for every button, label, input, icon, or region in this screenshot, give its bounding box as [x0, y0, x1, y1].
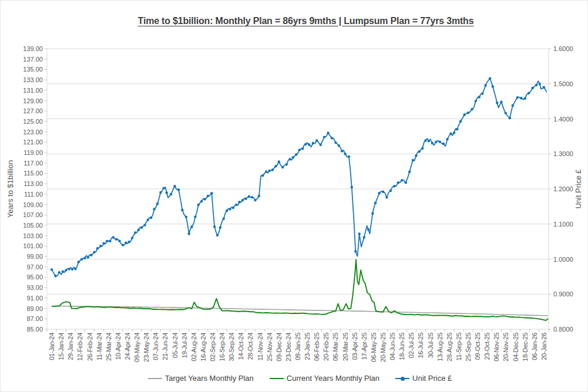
x-axis-tick-labels: 01-Jan-2415-Jan-2429-Jan-2412-Feb-2426-F…	[48, 333, 547, 362]
svg-text:20-Nov-25: 20-Nov-25	[502, 333, 509, 361]
svg-text:28-Aug-25: 28-Aug-25	[446, 333, 453, 361]
svg-text:11-Nov-24: 11-Nov-24	[257, 333, 264, 361]
svg-text:135.00: 135.00	[23, 66, 43, 73]
svg-text:137.00: 137.00	[23, 56, 43, 63]
svg-text:03-Apr-25: 03-Apr-25	[351, 333, 358, 360]
chart-figure: Time to $1billion: Monthly Plan = 86yrs …	[0, 0, 588, 392]
svg-text:06-May-25: 06-May-25	[370, 333, 377, 362]
svg-text:25-Sep-25: 25-Sep-25	[465, 333, 472, 361]
svg-text:06-Mar-25: 06-Mar-25	[332, 333, 339, 361]
svg-text:01-Jan-24: 01-Jan-24	[48, 333, 55, 360]
gridlines	[47, 84, 549, 295]
svg-text:16-Jul-25: 16-Jul-25	[417, 333, 424, 358]
svg-text:30-Sep-24: 30-Sep-24	[228, 333, 235, 361]
right-axis-tick-labels: 1.60001.50001.40001.30001.20001.10001.00…	[553, 45, 573, 333]
svg-text:115.00: 115.00	[23, 170, 43, 177]
unit-price-swatch-icon	[395, 378, 409, 379]
svg-text:85.00: 85.00	[26, 326, 43, 333]
svg-text:28-Oct-24: 28-Oct-24	[247, 333, 254, 360]
unit-price-markers	[51, 77, 545, 278]
svg-text:15-Jan-24: 15-Jan-24	[58, 333, 65, 360]
svg-text:125.00: 125.00	[23, 118, 43, 125]
svg-text:09-Jan-25: 09-Jan-25	[294, 333, 301, 360]
svg-text:05-Jul-24: 05-Jul-24	[172, 333, 179, 358]
svg-text:95.00: 95.00	[26, 273, 43, 281]
axis-ticks	[45, 49, 551, 332]
svg-text:119.00: 119.00	[23, 149, 43, 156]
chart-title-text: Time to $1billion: Monthly Plan = 86yrs …	[138, 16, 474, 26]
svg-text:127.00: 127.00	[23, 107, 43, 114]
svg-text:101.00: 101.00	[23, 242, 43, 249]
svg-text:111.00: 111.00	[24, 191, 43, 198]
svg-text:18-Jun-25: 18-Jun-25	[398, 333, 405, 360]
svg-text:0.8000: 0.8000	[553, 326, 573, 333]
svg-text:99.00: 99.00	[26, 253, 43, 260]
svg-text:02-Aug-24: 02-Aug-24	[190, 333, 197, 361]
svg-text:103.00: 103.00	[23, 232, 43, 239]
svg-text:09-Oct-25: 09-Oct-25	[474, 333, 481, 360]
svg-text:93.00: 93.00	[26, 284, 43, 291]
svg-text:25-Mar-24: 25-Mar-24	[105, 333, 112, 361]
svg-text:1.3000: 1.3000	[553, 150, 573, 157]
svg-text:06-Feb-25: 06-Feb-25	[313, 333, 320, 361]
svg-text:87.00: 87.00	[26, 315, 43, 322]
legend-item-target-years[interactable]: Target Years Monthly Plan	[148, 374, 254, 383]
svg-text:12-Feb-24: 12-Feb-24	[76, 333, 83, 361]
svg-text:133.00: 133.00	[23, 76, 43, 83]
target-line-swatch-icon	[148, 378, 162, 379]
svg-text:14-Oct-24: 14-Oct-24	[237, 333, 244, 360]
svg-text:26-Feb-24: 26-Feb-24	[86, 333, 93, 361]
svg-text:89.00: 89.00	[26, 305, 43, 312]
svg-text:1.5000: 1.5000	[553, 80, 573, 87]
svg-text:13-Aug-25: 13-Aug-25	[436, 333, 443, 361]
svg-text:09-Dec-24: 09-Dec-24	[275, 333, 283, 361]
svg-text:117.00: 117.00	[23, 160, 43, 167]
svg-text:20-Jan-26: 20-Jan-26	[540, 333, 547, 360]
svg-text:02-Jul-25: 02-Jul-25	[408, 333, 415, 358]
right-axis-title: Unit Price £	[573, 130, 584, 248]
svg-text:11-Mar-24: 11-Mar-24	[96, 333, 103, 360]
svg-text:30-Jul-25: 30-Jul-25	[427, 333, 434, 358]
legend-label-target-years: Target Years Monthly Plan	[165, 374, 254, 383]
svg-text:1.6000: 1.6000	[553, 45, 573, 52]
svg-text:09-May-24: 09-May-24	[133, 333, 140, 362]
svg-text:23-Jan-25: 23-Jan-25	[304, 333, 311, 360]
svg-text:91.00: 91.00	[26, 295, 43, 302]
current-years-line[interactable]	[52, 259, 548, 320]
svg-text:20-May-25: 20-May-25	[379, 333, 387, 362]
left-axis-tick-labels: 139.00137.00135.00133.00131.00129.00127.…	[23, 45, 43, 333]
chart-title: Time to $1billion: Monthly Plan = 86yrs …	[24, 16, 587, 26]
svg-text:109.00: 109.00	[23, 201, 43, 208]
svg-text:107.00: 107.00	[23, 211, 43, 218]
svg-text:0.9000: 0.9000	[553, 290, 573, 298]
svg-text:123.00: 123.00	[23, 129, 43, 136]
svg-text:1.2000: 1.2000	[553, 185, 573, 192]
svg-text:24-Apr-24: 24-Apr-24	[124, 333, 131, 360]
svg-text:11-Sep-25: 11-Sep-25	[455, 333, 462, 361]
svg-text:20-Mar-25: 20-Mar-25	[342, 333, 349, 361]
svg-text:17-Apr-25: 17-Apr-25	[361, 333, 368, 360]
svg-text:25-Nov-24: 25-Nov-24	[266, 333, 273, 361]
svg-text:06-Jan-26: 06-Jan-26	[531, 333, 538, 360]
svg-text:16-Sep-24: 16-Sep-24	[219, 333, 226, 361]
svg-text:21-Jun-24: 21-Jun-24	[162, 333, 169, 360]
svg-text:139.00: 139.00	[23, 45, 43, 52]
svg-text:131.00: 131.00	[23, 87, 43, 94]
svg-text:23-Dec-24: 23-Dec-24	[285, 333, 292, 361]
svg-text:10-Apr-24: 10-Apr-24	[115, 333, 122, 360]
svg-text:1.1000: 1.1000	[553, 221, 573, 228]
legend-label-current-years: Current Years Monthly Plan	[287, 374, 379, 383]
svg-text:1.0000: 1.0000	[553, 256, 573, 263]
svg-text:29-Jan-24: 29-Jan-24	[67, 333, 74, 360]
svg-text:04-Jun-25: 04-Jun-25	[389, 333, 396, 360]
legend-item-unit-price[interactable]: Unit Price £	[395, 374, 452, 383]
legend-label-unit-price: Unit Price £	[412, 374, 452, 383]
svg-text:113.00: 113.00	[23, 180, 43, 187]
svg-text:1.4000: 1.4000	[553, 116, 573, 123]
svg-text:23-Oct-25: 23-Oct-25	[483, 333, 490, 360]
svg-text:02-Sep-24: 02-Sep-24	[209, 333, 216, 361]
legend-item-current-years[interactable]: Current Years Monthly Plan	[270, 374, 379, 383]
current-line-swatch-icon	[270, 378, 284, 379]
svg-text:04-Dec-25: 04-Dec-25	[512, 333, 519, 361]
svg-text:97.00: 97.00	[26, 263, 43, 271]
